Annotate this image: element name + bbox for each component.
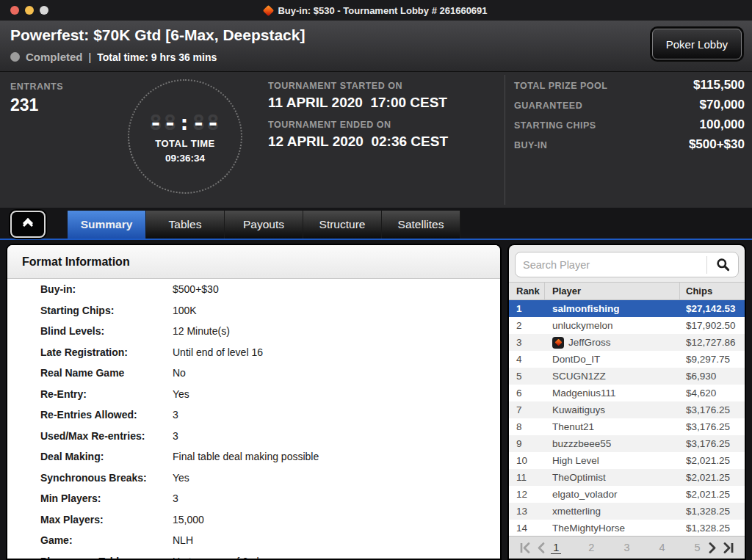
chips-cell: $17,902.50 (680, 320, 745, 331)
close-window-button[interactable] (10, 6, 19, 15)
lobby-tabstrip: SummaryTablesPayoutsStructureSatellites (0, 208, 752, 240)
format-info-value: Up to a max of 6 players (173, 556, 284, 560)
player-row[interactable]: 6Madgenius111$4,620 (509, 385, 745, 401)
player-row[interactable]: 14TheMightyHorse$1,328.25 (509, 520, 745, 536)
format-info-label: Buy-in: (40, 283, 173, 295)
stat-value: $500+$30 (689, 137, 745, 152)
player-row[interactable]: 12elgato_volador$2,021.25 (509, 486, 745, 503)
tab-tables[interactable]: Tables (146, 211, 225, 239)
minimize-window-button[interactable] (25, 6, 34, 15)
chips-cell: $4,620 (680, 388, 745, 399)
format-info-row: Re-Entries Allowed:3 (7, 404, 500, 426)
format-info-label: Game: (40, 534, 173, 546)
players-table-header: Rank Player Chips (509, 282, 745, 300)
partypoker-badge-icon (552, 337, 564, 349)
player-name: SCUGN1ZZ (552, 371, 606, 382)
next-page-button[interactable] (708, 542, 717, 553)
player-name-cell: salmonfishing (545, 303, 680, 314)
stat-value: $70,000 (700, 98, 745, 112)
format-information-title: Format Information (7, 245, 500, 279)
clock-label: TOTAL TIME (155, 138, 215, 149)
stat-label: GUARANTEED (514, 101, 582, 111)
stat-row: TOTAL PRIZE POOL$115,500 (514, 78, 745, 92)
player-name: TheMightyHorse (552, 523, 625, 534)
rank-cell: 9 (509, 438, 545, 449)
format-info-label: Re-Entry: (40, 388, 173, 400)
player-row[interactable]: 7Kuwaitiguys$3,176.25 (509, 401, 745, 418)
page-number-2[interactable]: 2 (586, 542, 596, 554)
format-info-label: Max Players: (40, 514, 173, 526)
format-info-row: Real Name GameNo (7, 363, 500, 384)
player-name-cell: DontDo_IT (545, 354, 680, 365)
format-info-row: Game:NLH (7, 530, 500, 551)
player-row[interactable]: 9buzzzbeee55$3,176.25 (509, 435, 745, 452)
page-number-3[interactable]: 3 (621, 542, 632, 554)
search-player-input[interactable] (516, 259, 706, 271)
format-info-value: 3 (173, 409, 178, 421)
tab-payouts[interactable]: Payouts (225, 211, 303, 239)
player-row[interactable]: 8Thenut21$3,176.25 (509, 418, 745, 435)
player-row[interactable]: 11TheOptimist$2,021.25 (509, 469, 745, 486)
stat-value: $115,500 (693, 78, 745, 92)
zoom-window-button[interactable] (40, 6, 48, 15)
format-info-row: Deal Making:Final table deal making poss… (7, 446, 500, 468)
page-number-5[interactable]: 5 (693, 542, 703, 554)
poker-lobby-button[interactable]: Poker Lobby (652, 29, 742, 59)
prize-stats: TOTAL PRIZE POOL$115,500GUARANTEED$70,00… (514, 78, 745, 157)
player-row[interactable]: 2unluckymelon$17,902.50 (509, 317, 745, 334)
player-name-cell: elgato_volador (545, 489, 680, 500)
player-row[interactable]: 4DontDo_IT$9,297.75 (509, 351, 745, 368)
player-name: buzzzbeee55 (552, 438, 611, 449)
tab-summary[interactable]: Summary (68, 211, 146, 239)
first-page-button[interactable] (519, 542, 532, 553)
player-row[interactable]: 5SCUGN1ZZ$6,930 (509, 368, 745, 385)
player-name: elgato_volador (552, 489, 618, 500)
player-row[interactable]: 1salmonfishing$27,142.53 (509, 300, 745, 317)
player-row[interactable]: 10High Level$2,021.25 (509, 452, 745, 469)
tournament-title: Powerfest: $70K Gtd [6-Max, Deepstack] (10, 26, 305, 44)
rank-cell: 3 (509, 337, 545, 348)
player-name-cell: Thenut21 (545, 421, 680, 432)
player-name-cell: buzzzbeee55 (545, 438, 680, 449)
tournament-header: Powerfest: $70K Gtd [6-Max, Deepstack] C… (0, 21, 752, 72)
rank-cell: 4 (509, 354, 545, 365)
player-row[interactable]: 13xmetterling$1,328.25 (509, 503, 745, 520)
status-label: Completed (26, 51, 83, 63)
stat-label: STARTING CHIPS (514, 120, 596, 131)
player-name-cell: JeffGross (545, 337, 680, 349)
format-info-label: Blind Levels: (40, 325, 173, 337)
format-info-row: Starting Chips:100K (7, 300, 500, 321)
rank-column-header: Rank (509, 283, 545, 299)
chips-cell: $1,328.25 (680, 506, 745, 517)
chips-column-header: Chips (680, 286, 745, 297)
page-number-4[interactable]: 4 (657, 542, 668, 554)
last-page-button[interactable] (722, 542, 734, 553)
rank-cell: 11 (509, 472, 545, 483)
player-row[interactable]: 3JeffGross$12,727.86 (509, 334, 745, 351)
search-button[interactable] (707, 252, 738, 277)
tab-satellites[interactable]: Satellites (382, 211, 460, 239)
chips-cell: $3,176.25 (680, 404, 745, 415)
format-info-value: Final table deal making possible (173, 451, 319, 462)
rank-cell: 1 (509, 303, 545, 314)
format-info-value: 100K (173, 305, 197, 316)
stat-value: 100,000 (700, 117, 745, 132)
format-info-row: Used/Max Re-entries:3 (7, 426, 500, 447)
format-info-label: Min Players: (40, 492, 173, 504)
stat-label: TOTAL PRIZE POOL (514, 81, 607, 91)
page-number-1[interactable]: 1 (551, 542, 561, 554)
format-info-row: Max Players:15,000 (7, 509, 500, 531)
rank-cell: 5 (509, 371, 545, 382)
chips-cell: $3,176.25 (680, 438, 745, 449)
search-icon (716, 258, 730, 272)
player-name: JeffGross (568, 337, 611, 348)
format-info-label: Used/Max Re-entries: (40, 430, 173, 442)
player-name-cell: xmetterling (545, 506, 680, 517)
previous-page-button[interactable] (537, 542, 546, 553)
tab-structure[interactable]: Structure (303, 211, 382, 239)
clock-display: --:-- (149, 110, 220, 135)
format-info-value: 15,000 (173, 514, 204, 526)
started-on-value: 11 APRIL 2020 17:00 CEST (268, 95, 448, 111)
format-info-label: Re-Entries Allowed: (40, 409, 173, 421)
collapse-panel-button[interactable] (10, 211, 46, 238)
